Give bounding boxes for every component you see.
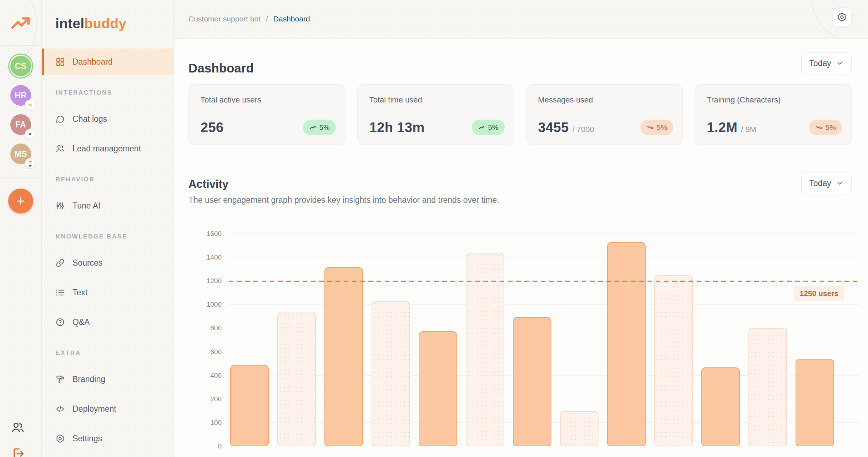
chevron-down-icon <box>836 59 844 67</box>
chart-y-axis: 01002004006008001000120014001600 <box>174 234 222 446</box>
sidebar-item-qa[interactable]: Q&A <box>42 309 173 335</box>
page-title: Dashboard <box>188 61 254 75</box>
sidebar-item-sources[interactable]: Sources <box>42 250 173 276</box>
activity-bar-1[interactable] <box>230 365 269 446</box>
activity-bar-2[interactable] <box>277 312 316 446</box>
activity-subtitle: The user engagement graph provides key i… <box>188 195 499 205</box>
breadcrumb-current: Dashboard <box>273 15 310 23</box>
activity-bar-10[interactable] <box>654 275 693 446</box>
sidebar-item-deployment[interactable]: Deployment <box>42 396 173 422</box>
sidebar-item-label: Deployment <box>72 404 116 414</box>
topbar: Customer support bot / Dashboard <box>174 0 868 39</box>
members-button[interactable] <box>10 421 25 435</box>
avatar-badge <box>25 158 35 168</box>
breadcrumb-parent[interactable]: Customer support bot <box>188 15 261 23</box>
sidebar-section-extra: EXTRA <box>42 350 173 357</box>
activity-chart: 01002004006008001000120014001600 1250 us… <box>174 217 859 457</box>
stat-card-messages-used: Messages used 3455 / 7000 5% <box>526 84 683 145</box>
users-icon <box>10 421 25 435</box>
activity-bar-12[interactable] <box>748 328 787 446</box>
trend-delta: 5% <box>488 124 499 132</box>
y-axis-tick-label: 100 <box>210 419 222 427</box>
brand-primary: intel <box>55 16 84 31</box>
sidebar-item-dashboard[interactable]: Dashboard <box>42 49 173 75</box>
workspace-avatar-ms[interactable]: MS <box>7 141 34 167</box>
crown-badge-icon <box>27 102 33 107</box>
sidebar-item-label: Sources <box>72 258 102 268</box>
sidebar-item-text[interactable]: Text <box>42 279 173 306</box>
y-axis-tick-label: 1200 <box>207 277 222 285</box>
code-icon <box>55 404 65 414</box>
y-axis-tick-label: 800 <box>210 324 222 332</box>
stat-cards: Total active users 256 5% Total time use… <box>188 84 852 145</box>
help-circle-icon <box>55 317 65 327</box>
stat-card-time-used: Total time used 12h 13m 5% <box>357 84 514 145</box>
add-workspace-button[interactable] <box>8 189 33 214</box>
sidebar-item-branding[interactable]: Branding <box>42 366 173 392</box>
logout-button[interactable] <box>11 447 25 457</box>
sidebar-item-label: Q&A <box>72 317 90 327</box>
brand-logo: intelbuddy <box>55 16 126 31</box>
sidebar-item-label: Settings <box>72 434 102 443</box>
sidebar: intelbuddy Dashboard INTERACTIONS Chat l… <box>42 0 174 457</box>
y-axis-tick-label: 0 <box>218 442 222 450</box>
trend-delta: 5% <box>657 124 667 132</box>
avatar-badge <box>25 100 35 110</box>
stat-value: 12h 13m <box>369 120 425 135</box>
workspace-avatar-fa[interactable]: FA <box>7 111 34 138</box>
sidebar-nav: Dashboard INTERACTIONS Chat logs Lead ma… <box>42 49 173 455</box>
sidebar-item-tune-ai[interactable]: Tune AI <box>42 192 173 219</box>
avatar-badge <box>25 129 35 139</box>
trend-badge: 5% <box>809 120 842 135</box>
dashboard-content: Dashboard Today Total active users 256 5… <box>174 39 868 457</box>
activity-bar-8[interactable] <box>560 411 599 446</box>
sidebar-item-label: Text <box>72 288 87 297</box>
workspace-rail: CSHRFAMS <box>0 0 42 457</box>
dashboard-icon <box>55 57 65 67</box>
activity-bar-9[interactable] <box>607 242 646 446</box>
main-area: Customer support bot / Dashboard Dashboa… <box>174 0 868 457</box>
y-axis-tick-label: 1000 <box>207 301 222 308</box>
breadcrumb: Customer support bot / Dashboard <box>188 15 310 23</box>
trend-down-icon <box>646 124 653 131</box>
activity-bar-7[interactable] <box>513 317 551 446</box>
trend-delta: 5% <box>319 124 330 132</box>
workspace-avatar-cs[interactable]: CS <box>7 53 34 79</box>
stat-value: 1.2M <box>707 120 737 135</box>
settings-button[interactable] <box>832 7 852 27</box>
activity-bar-3[interactable] <box>324 267 363 446</box>
logo-mark <box>0 0 41 46</box>
sidebar-section-knowledge-base: KNOWLEDGE BASE <box>42 233 173 240</box>
stat-label: Messages used <box>538 95 671 105</box>
stat-card-active-users: Total active users 256 5% <box>188 84 345 145</box>
trend-badge: 5% <box>640 120 673 135</box>
trend-delta: 5% <box>826 124 836 132</box>
trend-badge: 5% <box>472 120 505 135</box>
chart-gridline <box>229 257 859 257</box>
stat-value: 3455 <box>538 120 569 135</box>
period-dropdown[interactable]: Today <box>801 52 852 74</box>
activity-bar-6[interactable] <box>466 253 504 446</box>
chevron-down-icon <box>836 179 844 187</box>
link-icon <box>55 258 65 268</box>
trend-up-icon <box>309 124 316 131</box>
threshold-line <box>229 281 859 282</box>
logout-icon <box>11 447 25 457</box>
stat-suffix: / 7000 <box>572 125 594 134</box>
activity-period-dropdown[interactable]: Today <box>801 172 852 194</box>
sidebar-item-lead-management[interactable]: Lead management <box>42 135 173 162</box>
sidebar-item-label: Chat logs <box>72 114 107 124</box>
workspace-avatar-hr[interactable]: HR <box>7 82 34 109</box>
activity-bar-5[interactable] <box>419 331 457 446</box>
trend-badge: 5% <box>303 120 336 135</box>
activity-bar-11[interactable] <box>701 367 740 446</box>
paint-roller-icon <box>55 375 65 384</box>
sidebar-item-chat-logs[interactable]: Chat logs <box>42 106 173 132</box>
sidebar-item-settings[interactable]: Settings <box>42 425 173 452</box>
chart-plot: 1250 users <box>229 234 859 446</box>
breadcrumb-separator: / <box>266 15 268 23</box>
activity-bar-4[interactable] <box>372 301 410 446</box>
sidebar-item-label: Branding <box>72 375 105 384</box>
activity-bar-13[interactable] <box>796 359 834 446</box>
y-axis-tick-label: 1400 <box>207 253 222 261</box>
